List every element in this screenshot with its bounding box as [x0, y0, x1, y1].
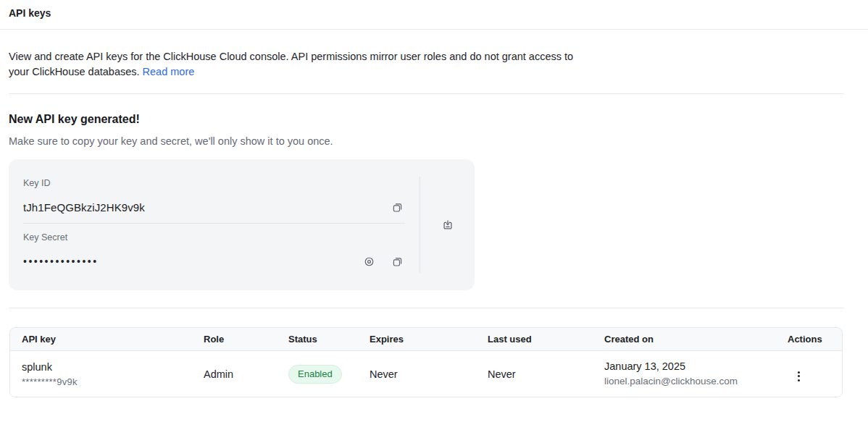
- content: View and create API keys for the ClickHo…: [0, 30, 868, 397]
- cell-expires: Never: [358, 351, 476, 397]
- column-header-expires: Expires: [358, 328, 476, 351]
- key-id-row: tJh1FeQGBkziJ2HK9v9k: [23, 198, 405, 216]
- intro-paragraph: View and create API keys for the ClickHo…: [9, 30, 844, 94]
- copy-key-id-button[interactable]: [389, 199, 405, 215]
- intro-text-line2: your ClickHouse databases.: [9, 66, 140, 77]
- table-header-row: API key Role Status Expires Last used Cr…: [10, 328, 842, 351]
- column-header-status: Status: [277, 328, 358, 351]
- eye-icon: [363, 256, 375, 268]
- key-id-label: Key ID: [23, 177, 405, 190]
- cell-role: Admin: [192, 351, 277, 397]
- download-key-button[interactable]: [440, 217, 456, 233]
- intro-text-line1: View and create API keys for the ClickHo…: [9, 51, 573, 62]
- column-header-api-key: API key: [10, 328, 192, 351]
- download-area: [420, 159, 475, 290]
- api-key-masked: *********9v9k: [22, 376, 180, 388]
- column-header-created-on: Created on: [593, 328, 776, 351]
- kebab-menu-icon: [798, 370, 800, 382]
- api-key-name: splunk: [22, 360, 180, 374]
- created-on-by-email: lionel.palacin@clickhouse.com: [604, 375, 764, 388]
- cell-status: Enabled: [277, 351, 358, 397]
- table-row: splunk *********9v9k Admin Enabled Never…: [10, 351, 842, 397]
- copy-secret-button[interactable]: [389, 253, 405, 269]
- copy-icon: [391, 201, 404, 214]
- card-divider: [23, 223, 405, 224]
- api-keys-table: API key Role Status Expires Last used Cr…: [9, 327, 843, 397]
- page-header: API keys: [0, 0, 868, 30]
- new-key-subtitle: Make sure to copy your key and secret, w…: [9, 134, 844, 148]
- row-actions-button[interactable]: [796, 368, 801, 384]
- column-header-role: Role: [192, 328, 277, 351]
- new-key-card: Key ID tJh1FeQGBkziJ2HK9v9k Key Secret •…: [9, 159, 475, 290]
- key-id-value: tJh1FeQGBkziJ2HK9v9k: [23, 201, 145, 214]
- section-divider: [9, 308, 844, 308]
- key-fields: Key ID tJh1FeQGBkziJ2HK9v9k Key Secret •…: [9, 159, 420, 290]
- download-icon: [441, 219, 454, 232]
- status-badge: Enabled: [288, 365, 342, 384]
- cell-api-key: splunk *********9v9k: [10, 351, 192, 397]
- column-header-last-used: Last used: [476, 328, 593, 351]
- column-header-actions: Actions: [776, 328, 842, 351]
- read-more-link[interactable]: Read more: [143, 66, 195, 77]
- cell-actions: [776, 351, 842, 397]
- new-key-title: New API key generated!: [9, 111, 844, 127]
- key-secret-row: ••••••••••••••: [23, 253, 405, 270]
- key-secret-masked-value: ••••••••••••••: [23, 256, 99, 267]
- cell-last-used: Never: [476, 351, 593, 397]
- page-title: API keys: [9, 6, 859, 20]
- copy-icon: [391, 256, 404, 268]
- created-on-date: January 13, 2025: [604, 360, 764, 374]
- reveal-secret-button[interactable]: [361, 253, 377, 269]
- cell-created-on: January 13, 2025 lionel.palacin@clickhou…: [593, 351, 776, 397]
- key-secret-label: Key Secret: [23, 232, 405, 244]
